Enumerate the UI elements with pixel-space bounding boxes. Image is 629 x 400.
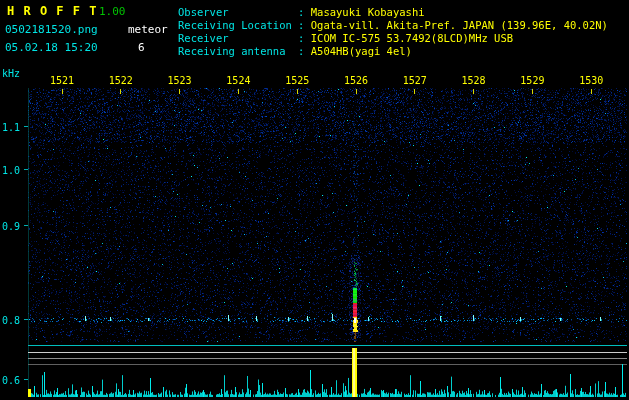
- station-info-row: Receiving antenna : A504HB(yagi 4el): [178, 45, 608, 58]
- station-info-row: Receiving Location : Ogata-vill. Akita-P…: [178, 19, 608, 32]
- station-info-label: Observer :: [178, 6, 311, 18]
- app-title: H R O F F T: [7, 4, 97, 18]
- freq-tick-label: 1.0: [2, 165, 20, 176]
- app-version: 1.00: [99, 5, 126, 18]
- spectrogram-canvas: [0, 0, 629, 400]
- time-tick-label: 1525: [285, 75, 309, 86]
- hrofft-screen: H R O F F T 1.00 0502181520.png meteor 0…: [0, 0, 629, 400]
- station-info-row: Observer : Masayuki Kobayashi: [178, 6, 608, 19]
- station-info-label: Receiving antenna :: [178, 45, 311, 57]
- time-tick-label: 1522: [109, 75, 133, 86]
- output-filename: 0502181520.png: [5, 23, 98, 36]
- freq-tick-label: 1.1: [2, 122, 20, 133]
- station-info-value: A504HB(yagi 4el): [311, 45, 412, 57]
- time-tick-label: 1524: [226, 75, 250, 86]
- time-tick-label: 1529: [520, 75, 544, 86]
- freq-axis-unit: kHz: [2, 68, 20, 79]
- time-tick-label: 1526: [344, 75, 368, 86]
- station-info-value: ICOM IC-575 53.7492(8LCD)MHz USB: [311, 32, 513, 44]
- time-tick-label: 1521: [50, 75, 74, 86]
- time-tick-label: 1530: [579, 75, 603, 86]
- station-info-row: Receiver : ICOM IC-575 53.7492(8LCD)MHz …: [178, 32, 608, 45]
- freq-tick-label: 0.6: [2, 375, 20, 386]
- station-info-label: Receiver :: [178, 32, 311, 44]
- time-tick-label: 1528: [462, 75, 486, 86]
- time-tick-label: 1523: [168, 75, 192, 86]
- time-tick-label: 1527: [403, 75, 427, 86]
- station-info-label: Receiving Location :: [178, 19, 311, 31]
- station-info-value: Ogata-vill. Akita-Pref. JAPAN (139.96E, …: [311, 19, 608, 31]
- meteor-count: 6: [138, 41, 145, 54]
- capture-datetime: 05.02.18 15:20: [5, 41, 98, 54]
- freq-tick-label: 0.9: [2, 221, 20, 232]
- freq-tick-label: 0.8: [2, 315, 20, 326]
- station-info: Observer : Masayuki KobayashiReceiving L…: [178, 6, 608, 58]
- mode-label: meteor: [128, 23, 168, 36]
- station-info-value: Masayuki Kobayashi: [311, 6, 425, 18]
